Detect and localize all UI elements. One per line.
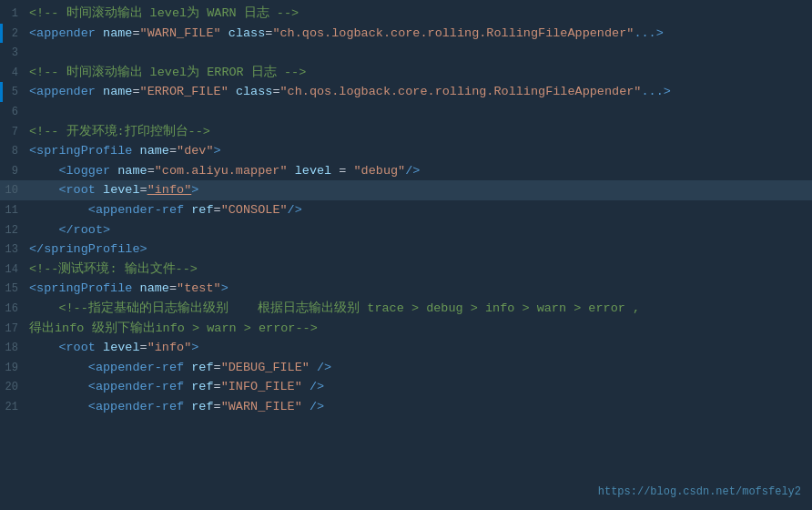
token-attr-name: class bbox=[228, 26, 266, 40]
code-line: 18 <root level="info"> bbox=[0, 338, 812, 358]
token-tag: root bbox=[74, 223, 103, 237]
token-text bbox=[29, 164, 58, 178]
line-number: 6 bbox=[0, 104, 29, 121]
token-attr-value: "com.aliyu.mapper" bbox=[155, 164, 288, 178]
token-text bbox=[96, 26, 103, 40]
line-number: 2 bbox=[0, 26, 29, 43]
token-text bbox=[96, 183, 103, 197]
token-tag-bracket: /> bbox=[310, 380, 324, 393]
token-tag-bracket: < bbox=[88, 203, 96, 217]
token-tag-bracket: < bbox=[58, 164, 66, 178]
token-text bbox=[302, 380, 310, 393]
token-tag-bracket: > bbox=[191, 341, 198, 354]
code-line: 16 <!--指定基础的日志输出级别 根据日志输出级别 trace > debu… bbox=[0, 299, 812, 319]
token-comment: <!--指定基础的日志输出级别 根据日志输出级别 trace > debug >… bbox=[29, 301, 640, 315]
line-content: <appender-ref ref="DEBUG_FILE" /> bbox=[29, 358, 805, 378]
token-equals: = bbox=[132, 85, 139, 98]
token-tag-bracket: < bbox=[29, 26, 36, 40]
token-comment: 得出info 级别下输出info > warn > error--> bbox=[29, 321, 318, 335]
line-number: 11 bbox=[0, 202, 29, 219]
token-tag: appender bbox=[36, 26, 96, 40]
token-equals: = bbox=[214, 203, 221, 217]
token-tag-bracket: < bbox=[88, 380, 96, 393]
code-line: 2<appender name="WARN_FILE" class="ch.qo… bbox=[0, 24, 812, 44]
line-content: </springProfile> bbox=[29, 240, 805, 260]
line-number: 8 bbox=[0, 143, 29, 160]
token-tag: appender-ref bbox=[96, 400, 184, 413]
line-number: 15 bbox=[0, 280, 29, 298]
line-number: 14 bbox=[0, 261, 29, 279]
token-equals: = bbox=[214, 380, 221, 393]
token-tag: appender-ref bbox=[96, 380, 184, 393]
code-line: 10 <root level="info"> bbox=[0, 180, 812, 200]
token-tag-bracket: > bbox=[214, 144, 221, 158]
token-attr-value: "ch.qos.logback.core.rolling.RollingFile… bbox=[272, 26, 634, 40]
token-equals: = bbox=[140, 183, 147, 197]
token-attr-name: ref bbox=[191, 400, 213, 413]
token-tag-bracket: /> bbox=[288, 203, 302, 217]
token-tag-bracket: > bbox=[191, 183, 198, 197]
code-line: 1<!-- 时间滚动输出 level为 WARN 日志 --> bbox=[0, 4, 812, 24]
token-attr-name: level bbox=[103, 341, 140, 354]
token-comment: <!-- 时间滚动输出 level为 WARN 日志 --> bbox=[29, 6, 299, 20]
token-equals: = bbox=[272, 85, 279, 98]
line-content: <root level="info"> bbox=[29, 338, 805, 358]
token-attr-value-underline: "info" bbox=[147, 183, 192, 197]
token-attr-value: "INFO_FILE" bbox=[221, 380, 302, 393]
token-tag-bracket: ...> bbox=[634, 26, 663, 40]
token-attr-name: name bbox=[140, 144, 169, 158]
token-equals: = bbox=[214, 400, 221, 413]
token-comment: <!-- 时间滚动输出 level为 ERROR 日志 --> bbox=[29, 66, 306, 79]
token-tag-bracket: < bbox=[29, 85, 36, 98]
token-comment: <!--测试环境: 输出文件--> bbox=[29, 262, 198, 276]
token-attr-value: "CONSOLE" bbox=[221, 203, 288, 217]
code-line: 14<!--测试环境: 输出文件--> bbox=[0, 260, 812, 280]
line-number: 18 bbox=[0, 340, 29, 357]
token-attr-value: "ch.qos.logback.core.rolling.RollingFile… bbox=[280, 85, 642, 98]
token-attr-name: class bbox=[236, 85, 273, 98]
token-tag: springProfile bbox=[44, 242, 139, 256]
code-line: 5<appender name="ERROR_FILE" class="ch.q… bbox=[0, 82, 812, 102]
line-indicator bbox=[0, 82, 3, 102]
token-tag: root bbox=[66, 341, 96, 354]
code-line: 4<!-- 时间滚动输出 level为 ERROR 日志 --> bbox=[0, 63, 812, 83]
line-number: 4 bbox=[0, 65, 29, 82]
token-tag-bracket: < bbox=[88, 400, 96, 413]
token-tag: appender bbox=[36, 85, 96, 98]
code-line: 7<!-- 开发环境:打印控制台--> bbox=[0, 122, 812, 142]
token-text bbox=[310, 361, 317, 374]
code-line: 9 <logger name="com.aliyu.mapper" level … bbox=[0, 161, 812, 181]
token-equals: = bbox=[140, 341, 147, 354]
line-number: 1 bbox=[0, 5, 29, 23]
line-number: 17 bbox=[0, 321, 29, 338]
token-attr-name: name bbox=[117, 164, 147, 178]
line-content bbox=[29, 102, 805, 122]
token-attr-value: "dev" bbox=[177, 144, 214, 158]
token-tag: appender-ref bbox=[96, 203, 184, 217]
token-text bbox=[288, 164, 295, 178]
line-content: <logger name="com.aliyu.mapper" level = … bbox=[29, 161, 805, 181]
line-content: <!-- 时间滚动输出 level为 WARN 日志 --> bbox=[29, 4, 805, 24]
line-content: <appender-ref ref="CONSOLE"/> bbox=[29, 200, 805, 220]
watermark: https://blog.csdn.net/mofsfely2 bbox=[598, 484, 801, 501]
token-attr-name: level bbox=[295, 164, 332, 178]
token-attr-value: "WARN_FILE" bbox=[140, 26, 221, 40]
token-text bbox=[29, 341, 58, 354]
line-number: 19 bbox=[0, 360, 29, 377]
code-line: 3 bbox=[0, 43, 812, 63]
code-line: 8<springProfile name="dev"> bbox=[0, 141, 812, 161]
token-text bbox=[132, 144, 139, 158]
line-number: 16 bbox=[0, 301, 29, 318]
line-number: 9 bbox=[0, 163, 29, 180]
token-attr-name: name bbox=[103, 85, 132, 98]
line-number: 12 bbox=[0, 222, 29, 240]
line-number: 13 bbox=[0, 241, 29, 259]
token-tag-bracket: < bbox=[58, 183, 66, 197]
token-attr-name: level bbox=[103, 183, 140, 197]
line-content: <!--测试环境: 输出文件--> bbox=[29, 260, 805, 280]
code-line: 6 bbox=[0, 102, 812, 122]
token-attr-name: name bbox=[140, 281, 169, 295]
line-content: <!-- 时间滚动输出 level为 ERROR 日志 --> bbox=[29, 63, 805, 83]
token-tag: logger bbox=[66, 164, 111, 178]
token-attr-value: "debug" bbox=[354, 164, 406, 178]
